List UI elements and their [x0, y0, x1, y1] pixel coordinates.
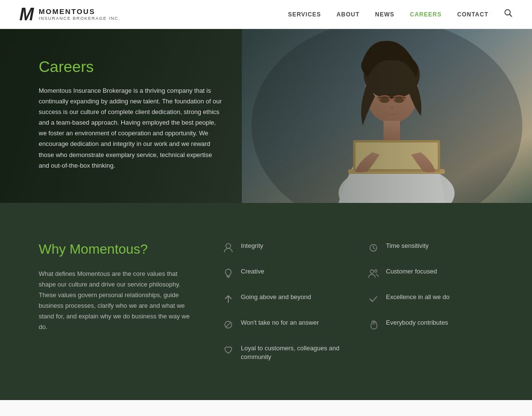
value-customer: Customer focused: [368, 267, 493, 279]
why-left: Why Momentous? What defines Momentous ar…: [39, 242, 193, 361]
logo-tagline: INSURANCE BROKERAGE INC.: [39, 16, 120, 21]
creative-label: Creative: [241, 267, 264, 276]
logo-m-letter: M: [19, 6, 34, 23]
hero-title: Careers: [39, 58, 222, 76]
value-creative: Creative: [222, 267, 348, 279]
checkmark-icon: [368, 293, 379, 305]
value-no-answer: Won't take no for an answer: [222, 318, 348, 330]
nav-item-contact[interactable]: CONTACT: [457, 11, 488, 18]
value-time: Time sensitivity: [368, 242, 493, 254]
why-title: Why Momentous?: [39, 242, 193, 257]
why-body: What defines Momentous are the core valu…: [39, 269, 193, 333]
logo-company-name: MOMENTOUS: [39, 7, 120, 16]
value-everybody: Everybody contributes: [368, 318, 493, 330]
loyal-label: Loyal to customers, colleagues and commu…: [241, 344, 348, 361]
above-beyond-label: Going above and beyond: [241, 293, 311, 301]
open-positions-section: Open Positions at Momentous We are dedic…: [0, 400, 532, 416]
header: M MOMENTOUS INSURANCE BROKERAGE INC. SER…: [0, 0, 532, 29]
everybody-label: Everybody contributes: [386, 318, 448, 327]
value-loyal: Loyal to customers, colleagues and commu…: [222, 344, 348, 361]
customer-icon: [368, 268, 379, 279]
hero-section: Careers Momentous Insurance Brokerage is…: [0, 29, 532, 203]
svg-point-15: [226, 244, 231, 248]
no-icon: [222, 319, 234, 330]
excellence-label: Excellence in all we do: [386, 293, 450, 301]
time-label: Time sensitivity: [386, 242, 429, 250]
why-section: Why Momentous? What defines Momentous ar…: [0, 203, 532, 400]
integrity-label: Integrity: [241, 242, 263, 250]
nav-item-services[interactable]: SERVICES: [288, 11, 321, 18]
search-icon[interactable]: [504, 9, 513, 20]
value-integrity: Integrity: [222, 242, 348, 254]
svg-point-19: [375, 270, 377, 273]
value-excellence: Excellence in all we do: [368, 293, 493, 305]
arrow-up-icon: [222, 293, 234, 305]
nav-item-news[interactable]: NEWS: [375, 11, 395, 18]
no-answer-label: Won't take no for an answer: [241, 318, 319, 327]
why-values: Integrity Creative Going above and beyon…: [222, 242, 493, 361]
values-left-column: Integrity Creative Going above and beyon…: [222, 242, 348, 361]
hand-icon: [368, 319, 379, 330]
value-above-beyond: Going above and beyond: [222, 293, 348, 305]
main-nav: SERVICES ABOUT NEWS CAREERS CONTACT: [288, 9, 513, 20]
logo[interactable]: M MOMENTOUS INSURANCE BROKERAGE INC.: [19, 6, 120, 23]
values-right-column: Time sensitivity Customer focused Excell…: [368, 242, 493, 361]
customer-label: Customer focused: [386, 267, 437, 276]
clock-icon: [368, 242, 379, 254]
hero-content: Careers Momentous Insurance Brokerage is…: [0, 29, 261, 200]
svg-line-1: [510, 14, 512, 17]
nav-item-careers[interactable]: CAREERS: [410, 11, 442, 18]
heart-icon: [222, 344, 234, 356]
svg-point-18: [370, 270, 374, 273]
bulb-icon: [222, 268, 234, 279]
person-icon: [222, 242, 234, 254]
hero-body: Momentous Insurance Brokerage is a thriv…: [39, 86, 222, 171]
nav-item-about[interactable]: ABOUT: [337, 11, 360, 18]
